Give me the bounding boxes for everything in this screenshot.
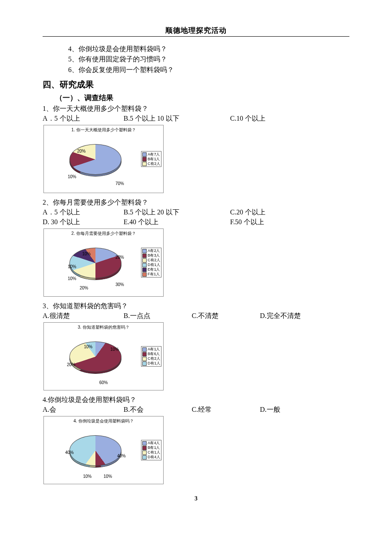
- legend-label: C有2人: [147, 162, 160, 166]
- legend-item: C有1人: [142, 450, 160, 455]
- legend-swatch-icon: [142, 357, 147, 361]
- q1-options: A．5 个以上 B.5 个以上 10 以下 C.10 个以上: [43, 114, 349, 123]
- legend-swatch-icon: [142, 249, 147, 253]
- q1-opt-c: C.10 个以上: [230, 114, 265, 123]
- q4-options: A.会 B.不会 C.经常 D.一般: [43, 405, 349, 414]
- intro-line-4: 4、你倒垃圾是会使用塑料袋吗？: [68, 44, 349, 54]
- intro-line-6: 6、你会反复使用同一个塑料袋吗？: [68, 65, 349, 75]
- q4-opt-d: D.一般: [260, 405, 280, 414]
- legend-swatch-icon: [142, 272, 147, 277]
- chart-q1: 1. 你一天大概使用多少个塑料袋？70%10%20%A有7人B有1人C有2人: [43, 125, 164, 193]
- chart-title: 4. 你倒垃圾是会使用塑料袋吗？: [44, 418, 163, 424]
- pie-percent-label: 10%: [110, 347, 119, 352]
- q4-opt-c: C.经常: [192, 405, 260, 414]
- q4-opt-b: B.不会: [124, 405, 192, 414]
- chart-title: 1. 你一天大概使用多少个塑料袋？: [44, 127, 163, 133]
- legend-label: D有1人: [147, 263, 160, 267]
- pie-percent-label: 40%: [65, 451, 74, 455]
- q2-opt-d: D. 30 个以上: [43, 218, 124, 227]
- pie-percent-label: 20%: [80, 286, 88, 290]
- pie-percent-label: 10%: [104, 474, 112, 479]
- legend-swatch-icon: [142, 446, 147, 450]
- page-header-title: 顺德地理探究活动: [43, 26, 349, 35]
- intro-line-5: 5、你有使用固定袋子的习惯吗？: [68, 55, 349, 64]
- legend-item: C有2人: [142, 258, 160, 263]
- legend-label: A有4人: [147, 441, 160, 445]
- legend-label: E有1人: [147, 267, 160, 272]
- legend-item: F有1人: [142, 272, 160, 277]
- legend-item: C有2人: [142, 162, 160, 166]
- legend-swatch-icon: [142, 254, 147, 258]
- chart-legend: A有1人B有6人C有2人D有1人: [141, 346, 161, 367]
- pie-percent-label: 10%: [82, 252, 91, 256]
- q3-opt-c: C.不清楚: [192, 312, 260, 321]
- legend-swatch-icon: [142, 361, 147, 366]
- legend-swatch-icon: [142, 152, 147, 156]
- q4-text: 4.你倒垃圾是会使用塑料袋吗？: [43, 396, 349, 405]
- q1-text: 1、你一天大概使用多少个塑料袋？: [43, 104, 349, 113]
- pie-percent-label: 10%: [83, 474, 92, 479]
- legend-label: D有4人: [147, 455, 160, 460]
- legend-label: B有6人: [147, 352, 160, 356]
- legend-label: A有2人: [147, 249, 160, 253]
- legend-item: B有6人: [142, 352, 160, 356]
- q2-opt-b: B.5 个以上 20 以下: [124, 208, 230, 217]
- pie-percent-label: 70%: [115, 182, 124, 186]
- legend-item: A有1人: [142, 347, 160, 352]
- legend-swatch-icon: [142, 157, 147, 161]
- q2-options-row2: D. 30 个以上 E.40 个以上 F.50 个以上: [43, 218, 349, 227]
- q3-text: 3、你知道塑料袋的危害吗？: [43, 302, 349, 311]
- legend-item: C有2人: [142, 356, 160, 361]
- legend-label: D有1人: [147, 361, 160, 366]
- legend-item: A有2人: [142, 249, 160, 253]
- q3-opt-b: B.一点点: [124, 312, 192, 321]
- pie-percent-label: 20%: [77, 149, 86, 153]
- pie-percent-label: 10%: [68, 175, 76, 179]
- chart-legend: A有2人B有3人C有2人D有1人E有1人F有1人: [141, 248, 161, 278]
- q2-opt-a: A．5 个以上: [43, 208, 124, 217]
- pie-icon: [69, 248, 121, 278]
- legend-item: B有1人: [142, 445, 160, 450]
- legend-swatch-icon: [142, 455, 147, 460]
- legend-item: D有4人: [142, 455, 160, 460]
- q3-opt-a: A.很清楚: [43, 312, 124, 321]
- q3-opt-d: D.完全不清楚: [260, 312, 301, 321]
- q2-opt-e: E.40 个以上: [124, 218, 230, 227]
- legend-label: C有1人: [147, 450, 160, 455]
- chart-title: 2. 你每月需要使用多少个塑料袋？: [44, 231, 163, 237]
- q2-options-row1: A．5 个以上 B.5 个以上 20 以下 C.20 个以上: [43, 208, 349, 217]
- pie-percent-label: 40%: [117, 454, 126, 458]
- q1-opt-a: A．5 个以上: [43, 114, 124, 123]
- legend-swatch-icon: [142, 441, 147, 445]
- legend-label: A有1人: [147, 347, 160, 352]
- chart-q4: 4. 你倒垃圾是会使用塑料袋吗？40%10%10%40%A有4人B有1人C有1人…: [43, 416, 164, 484]
- q4-opt-a: A.会: [43, 405, 124, 414]
- legend-swatch-icon: [142, 162, 147, 166]
- legend-item: E有1人: [142, 267, 160, 272]
- chart-q2: 2. 你每月需要使用多少个塑料袋？20%30%20%10%10%10%A有2人B…: [43, 228, 164, 297]
- pie-percent-label: 10%: [68, 277, 76, 281]
- section-4-title: 四、研究成果: [43, 79, 349, 90]
- legend-swatch-icon: [142, 352, 147, 356]
- q2-text: 2、你每月需要使用多少个塑料袋？: [43, 198, 349, 207]
- legend-item: D有1人: [142, 263, 160, 267]
- q2-opt-f: F.50 个以上: [230, 218, 264, 227]
- legend-swatch-icon: [142, 268, 147, 272]
- pie-percent-label: 10%: [84, 345, 92, 349]
- legend-item: A有7人: [142, 152, 160, 157]
- legend-item: B有1人: [142, 157, 160, 162]
- legend-label: C有2人: [147, 356, 160, 361]
- section-4-sub1: （一）、调查结果: [55, 93, 349, 103]
- page-number: 3: [43, 495, 349, 502]
- pie-percent-label: 60%: [99, 381, 108, 385]
- pie-icon: [69, 341, 121, 372]
- pie-percent-label: 20%: [67, 363, 75, 367]
- chart-legend: A有4人B有1人C有1人D有4人: [141, 440, 161, 460]
- chart-legend: A有7人B有1人C有2人: [141, 151, 161, 167]
- chart-q3: 3. 你知道塑料袋的危害吗？10%60%20%10%A有1人B有6人C有2人D有…: [43, 322, 164, 390]
- legend-label: B有1人: [147, 445, 160, 450]
- legend-swatch-icon: [142, 258, 147, 263]
- q2-opt-c: C.20 个以上: [230, 208, 265, 217]
- legend-label: F有1人: [147, 272, 160, 277]
- pie-percent-label: 30%: [115, 283, 124, 287]
